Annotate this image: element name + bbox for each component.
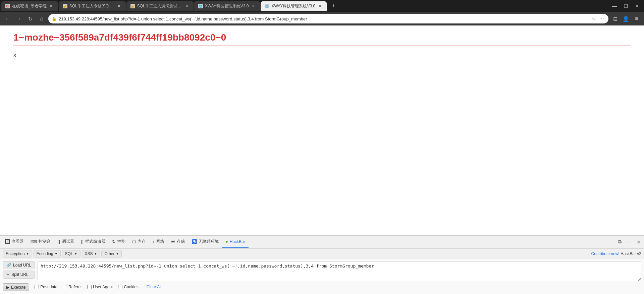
tab-2-close[interactable]: ✕ — [116, 3, 122, 9]
devtools-tab-performance[interactable]: ↻ 性能 — [109, 236, 129, 248]
network-icon: ↕ — [152, 239, 155, 244]
referer-check-group[interactable]: Referer — [63, 285, 82, 289]
storage-label: 存储 — [177, 239, 185, 244]
style-icon: {} — [81, 239, 84, 244]
home-button[interactable]: ⌂ — [37, 14, 46, 23]
debugger-label: 调试器 — [62, 239, 74, 244]
execute-label: Execute — [11, 285, 25, 290]
cookies-checkbox[interactable] — [118, 285, 122, 289]
devtools-panel: 🔲 查看器 ⌨ 控制台 {} 调试器 {} 样式编辑器 ↻ 性能 ⬡ 内存 ↕ … — [0, 235, 644, 294]
network-label: 网络 — [156, 239, 164, 244]
encoding-menu[interactable]: Encoding ▼ — [34, 250, 61, 257]
bookmarks-icon[interactable]: ☆ — [590, 15, 597, 22]
console-icon: ⌨ — [31, 239, 37, 244]
devtools-tab-hackbar[interactable]: ● HackBar — [222, 236, 249, 248]
hackbar-url-area — [38, 261, 641, 281]
devtools-tab-storage[interactable]: ☰ 存储 — [168, 236, 188, 248]
sync-icon[interactable]: 👤 — [621, 14, 631, 23]
cookies-check-group[interactable]: Cookies — [118, 285, 138, 289]
devtools-controls: ⧉ ⋯ ✕ — [616, 238, 643, 246]
tab-3-favicon: 🔐 — [130, 4, 135, 8]
tab-4-close[interactable]: ✕ — [251, 3, 256, 9]
xss-menu[interactable]: XSS ▼ — [82, 250, 100, 257]
container-icon[interactable]: ⊟ — [610, 14, 620, 23]
tab-1-close[interactable]: ✕ — [49, 3, 54, 9]
tab-3-label: SQL手工注入漏洞测试(MySQ... — [137, 3, 182, 9]
performance-label: 性能 — [117, 239, 125, 244]
tab-4-label: XWAY科技管理系统V3.0 — [205, 3, 249, 9]
tab-3-close[interactable]: ✕ — [184, 3, 190, 9]
lock-icon: 🔒 — [52, 16, 57, 21]
devtools-tab-accessibility[interactable]: ♿ 无障碍环境 — [188, 236, 222, 248]
xss-arrow-icon: ▼ — [94, 252, 97, 255]
reload-button[interactable]: ↻ — [25, 14, 35, 23]
load-url-label: Load URL — [13, 263, 31, 268]
devtools-more[interactable]: ⋯ — [625, 238, 633, 246]
cookies-label: Cookies — [124, 285, 138, 289]
devtools-tab-memory[interactable]: ⬡ 内存 — [129, 236, 149, 248]
referer-checkbox[interactable] — [63, 285, 67, 289]
window-controls: — ❐ ✕ — [609, 1, 643, 11]
split-url-label: Split URL — [11, 272, 29, 277]
tab-bar: 🎯 在线靶场_墨者学院 ✕ 🔐 SQL手工注入专题(SQL Injectio..… — [0, 0, 644, 12]
page-heading: 1~mozhe~356f589a7df439f6f744ff19bb8092c0… — [13, 32, 631, 46]
back-button[interactable]: ← — [3, 14, 12, 23]
contribute-link[interactable]: Contribute now! HackBar v2 — [591, 251, 641, 256]
sql-arrow-icon: ▼ — [74, 252, 77, 255]
clear-all-button[interactable]: Clear All — [147, 285, 162, 289]
tab-2-label: SQL手工注入专题(SQL Injectio... — [69, 3, 114, 9]
user-agent-check-group[interactable]: User Agent — [87, 285, 113, 289]
post-data-checkbox[interactable] — [35, 285, 39, 289]
devtools-undock[interactable]: ⧉ — [616, 238, 624, 246]
tab-3[interactable]: 🔐 SQL手工注入漏洞测试(MySQ... ✕ — [126, 1, 194, 11]
devtools-tab-style[interactable]: {} 样式编辑器 — [77, 236, 109, 248]
storage-icon: ☰ — [171, 239, 175, 244]
hackbar-body: 🔗 Load URL ✂ Split URL — [0, 259, 644, 283]
hackbar-side-buttons: 🔗 Load URL ✂ Split URL — [3, 261, 35, 281]
address-text: 219.153.49.228:44595/new_list.php?id=-1 … — [59, 16, 588, 21]
tab-4[interactable]: 🌐 XWAY科技管理系统V3.0 ✕ — [194, 1, 260, 11]
devtools-tab-debugger[interactable]: {} 调试器 — [54, 236, 77, 248]
browser-chrome: 🎯 在线靶场_墨者学院 ✕ 🔐 SQL手工注入专题(SQL Injectio..… — [0, 0, 644, 25]
user-agent-checkbox[interactable] — [87, 285, 92, 289]
sql-menu[interactable]: SQL ▼ — [62, 250, 80, 257]
new-tab-button[interactable]: + — [329, 1, 338, 11]
devtools-tab-console[interactable]: ⌨ 控制台 — [27, 236, 54, 248]
hackbar-panel: Encryption ▼ Encoding ▼ SQL ▼ XSS ▼ Othe… — [0, 248, 644, 294]
post-data-check-group[interactable]: Post data — [35, 285, 57, 289]
tab-5-favicon: 🌐 — [265, 4, 269, 8]
accessibility-icon: ♿ — [192, 239, 197, 244]
tab-2[interactable]: 🔐 SQL手工注入专题(SQL Injectio... ✕ — [59, 1, 126, 11]
execute-button[interactable]: ▶ Execute — [3, 283, 29, 291]
debugger-icon: {} — [57, 239, 60, 244]
encoding-arrow-icon: ▼ — [55, 252, 58, 255]
minimize-button[interactable]: — — [609, 1, 620, 11]
devtools-tab-network[interactable]: ↕ 网络 — [149, 236, 168, 248]
xss-label: XSS — [85, 251, 93, 256]
other-label: Other — [104, 251, 114, 256]
address-icons: ☆ ⋯ — [590, 15, 605, 22]
close-button[interactable]: ✕ — [632, 1, 643, 11]
forward-button[interactable]: → — [14, 14, 23, 23]
load-url-button[interactable]: 🔗 Load URL — [3, 261, 35, 269]
maximize-button[interactable]: ❐ — [621, 1, 631, 11]
other-menu[interactable]: Other ▼ — [101, 250, 122, 257]
tab-1-label: 在线靶场_墨者学院 — [12, 3, 47, 9]
page-number: 3 — [13, 53, 631, 58]
hackbar-dot-icon: ● — [225, 239, 228, 244]
devtools-close[interactable]: ✕ — [635, 238, 643, 246]
reader-icon[interactable]: ⋯ — [598, 15, 605, 22]
split-url-button[interactable]: ✂ Split URL — [3, 271, 35, 279]
devtools-tab-inspector[interactable]: 🔲 查看器 — [1, 236, 27, 248]
tab-5-label: XWAY科技管理系统V3.0 — [271, 3, 315, 9]
tab-2-favicon: 🔐 — [63, 4, 67, 8]
tab-5-close[interactable]: ✕ — [317, 3, 323, 9]
inspector-label: 查看器 — [12, 239, 24, 244]
menu-icon[interactable]: ≡ — [632, 14, 641, 23]
tab-5[interactable]: 🌐 XWAY科技管理系统V3.0 ✕ — [261, 1, 327, 11]
hackbar-url-input[interactable] — [38, 261, 641, 281]
encryption-menu[interactable]: Encryption ▼ — [3, 250, 32, 257]
tab-1[interactable]: 🎯 在线靶场_墨者学院 ✕ — [1, 1, 58, 11]
address-bar[interactable]: 🔒 219.153.49.228:44595/new_list.php?id=-… — [48, 14, 608, 23]
hackbar-execute-row: ▶ Execute Post data Referer User Agent — [0, 283, 644, 294]
